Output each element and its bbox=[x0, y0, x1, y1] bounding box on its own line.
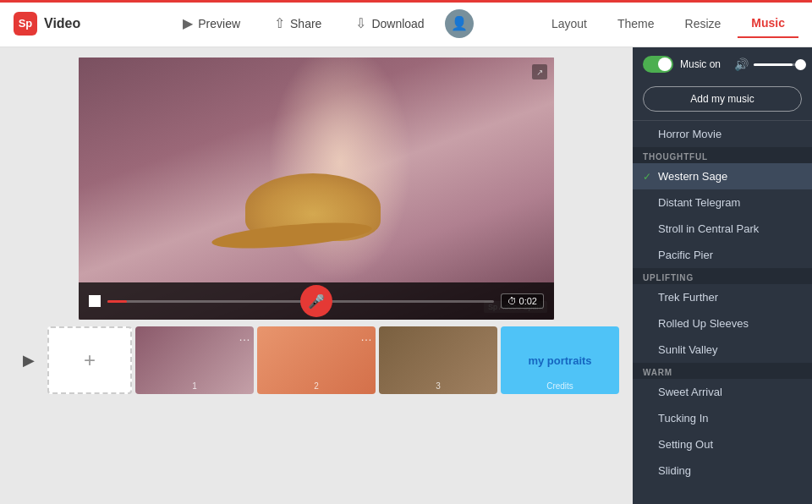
clip-3-label: 3 bbox=[379, 381, 497, 391]
add-music-button[interactable]: Add my music bbox=[643, 86, 802, 112]
clip-credits[interactable]: my portraits Credits bbox=[501, 326, 619, 394]
clip-2-label: 2 bbox=[257, 381, 376, 391]
music-item-sliding-name: Sliding bbox=[658, 464, 802, 477]
clip-3[interactable]: 3 bbox=[379, 326, 497, 394]
music-item-distant-telegram[interactable]: Distant Telegram bbox=[633, 189, 812, 216]
preview-button[interactable]: ▶ Preview bbox=[169, 8, 254, 38]
clip-1[interactable]: 1 … bbox=[135, 326, 254, 394]
clip-2-menu[interactable]: … bbox=[360, 330, 372, 343]
music-item-stroll-central-park[interactable]: Stroll in Central Park bbox=[633, 216, 812, 242]
mic-icon: 🎤 bbox=[308, 293, 325, 310]
resize-handle[interactable]: ↗ bbox=[532, 64, 547, 79]
volume-thumb bbox=[795, 59, 806, 70]
preview-label: Preview bbox=[198, 17, 240, 30]
music-item-trek-further-name: Trek Further bbox=[658, 291, 802, 304]
timer-clock-icon: ⏱ bbox=[508, 296, 517, 306]
timer-value: 0:02 bbox=[519, 296, 537, 306]
music-panel: Music on 🔊 Add my music Horror Movie THO… bbox=[633, 47, 812, 504]
volume-icon: 🔊 bbox=[734, 58, 749, 71]
music-item-sunlit-valley[interactable]: Sunlit Valley bbox=[633, 337, 812, 363]
share-button[interactable]: ⇧ Share bbox=[261, 8, 335, 38]
clip-2[interactable]: 2 … bbox=[257, 326, 376, 394]
stop-button[interactable] bbox=[89, 295, 101, 307]
topbar: Sp Video ▶ Preview ⇧ Share ⇩ Download 👤 … bbox=[0, 0, 812, 47]
video-container: ↗ Sp Adobe Spark 🎤 ⏱ 0:02 bbox=[79, 58, 554, 320]
music-item-western-sage[interactable]: ✓Western Sage bbox=[633, 163, 812, 189]
add-clip-button[interactable]: + bbox=[47, 326, 132, 394]
volume-fill bbox=[754, 63, 793, 66]
play-button-timeline[interactable]: ▶ bbox=[10, 342, 47, 379]
layout-button[interactable]: Layout bbox=[538, 10, 601, 37]
theme-button[interactable]: Theme bbox=[604, 10, 668, 37]
music-button[interactable]: Music bbox=[738, 9, 798, 38]
resize-button[interactable]: Resize bbox=[672, 10, 735, 37]
music-item-rolled-up-sleeves-name: Rolled Up Sleeves bbox=[658, 317, 802, 330]
preview-icon: ▶ bbox=[183, 15, 193, 31]
app-title: Video bbox=[44, 16, 80, 31]
content-area: ↗ Sp Adobe Spark 🎤 ⏱ 0:02 ▶ + bbox=[0, 47, 633, 504]
progress-fill bbox=[107, 300, 127, 303]
music-category-thoughtful: THOUGHTFUL bbox=[633, 147, 812, 163]
music-item-western-sage-name: Western Sage bbox=[658, 170, 802, 183]
main-layout: ↗ Sp Adobe Spark 🎤 ⏱ 0:02 ▶ + bbox=[0, 47, 812, 504]
clip-1-menu[interactable]: … bbox=[239, 330, 250, 343]
music-item-sunlit-valley-name: Sunlit Valley bbox=[658, 343, 802, 356]
music-item-setting-out[interactable]: Setting Out bbox=[633, 431, 812, 457]
music-item-distant-telegram-name: Distant Telegram bbox=[658, 196, 802, 209]
music-item-sweet-arrival-name: Sweet Arrival bbox=[658, 386, 802, 398]
volume-row: 🔊 bbox=[734, 58, 802, 71]
logo-icon: Sp bbox=[14, 12, 37, 36]
music-list: Horror Movie THOUGHTFUL✓Western SageDist… bbox=[633, 121, 812, 504]
check-icon: ✓ bbox=[643, 171, 653, 183]
avatar-icon: 👤 bbox=[451, 15, 468, 31]
nav-right: Layout Theme Resize Music bbox=[524, 9, 812, 38]
music-on-label: Music on bbox=[680, 58, 721, 70]
volume-slider[interactable] bbox=[754, 63, 802, 66]
music-item-horror-movie[interactable]: Horror Movie bbox=[633, 121, 812, 147]
music-item-tucking-in-name: Tucking In bbox=[658, 412, 802, 425]
timer-badge: ⏱ 0:02 bbox=[501, 293, 544, 309]
logo-area: Sp Video bbox=[0, 12, 118, 36]
music-top: Music on 🔊 Add my music bbox=[633, 47, 812, 121]
share-icon: ⇧ bbox=[274, 15, 285, 31]
download-button[interactable]: ⇩ Download bbox=[342, 8, 437, 38]
credits-text: my portraits bbox=[528, 354, 591, 367]
music-item-pacific-pier-name: Pacific Pier bbox=[658, 249, 802, 261]
timeline: ▶ + 1 … 2 … 3 my portraits Credits bbox=[10, 320, 623, 394]
video-controls: 🎤 ⏱ 0:02 bbox=[79, 282, 554, 320]
music-toggle-row: Music on 🔊 bbox=[643, 56, 802, 73]
clip-1-label: 1 bbox=[135, 381, 254, 391]
mic-button[interactable]: 🎤 bbox=[300, 285, 332, 317]
music-toggle[interactable] bbox=[643, 56, 673, 73]
nav-center: ▶ Preview ⇧ Share ⇩ Download 👤 bbox=[118, 8, 524, 38]
music-item-stroll-central-park-name: Stroll in Central Park bbox=[658, 222, 802, 235]
video-thumbnail: ↗ Sp Adobe Spark bbox=[79, 58, 554, 320]
music-item-pacific-pier[interactable]: Pacific Pier bbox=[633, 242, 812, 268]
brand-accent-line bbox=[0, 0, 812, 3]
music-item-rolled-up-sleeves[interactable]: Rolled Up Sleeves bbox=[633, 310, 812, 337]
avatar-button[interactable]: 👤 bbox=[445, 9, 474, 38]
music-item-horror-movie-name: Horror Movie bbox=[658, 128, 802, 140]
download-icon: ⇩ bbox=[355, 15, 366, 31]
music-item-sweet-arrival[interactable]: Sweet Arrival bbox=[633, 379, 812, 405]
music-category-uplifting: UPLIFTING bbox=[633, 268, 812, 284]
download-label: Download bbox=[371, 17, 424, 30]
toggle-knob bbox=[658, 58, 672, 71]
music-category-warm: WARM bbox=[633, 363, 812, 379]
share-label: Share bbox=[290, 17, 321, 30]
credits-label: Credits bbox=[501, 381, 619, 391]
music-item-sliding[interactable]: Sliding bbox=[633, 457, 812, 484]
music-item-tucking-in[interactable]: Tucking In bbox=[633, 405, 812, 431]
music-item-trek-further[interactable]: Trek Further bbox=[633, 284, 812, 310]
music-item-setting-out-name: Setting Out bbox=[658, 438, 802, 451]
